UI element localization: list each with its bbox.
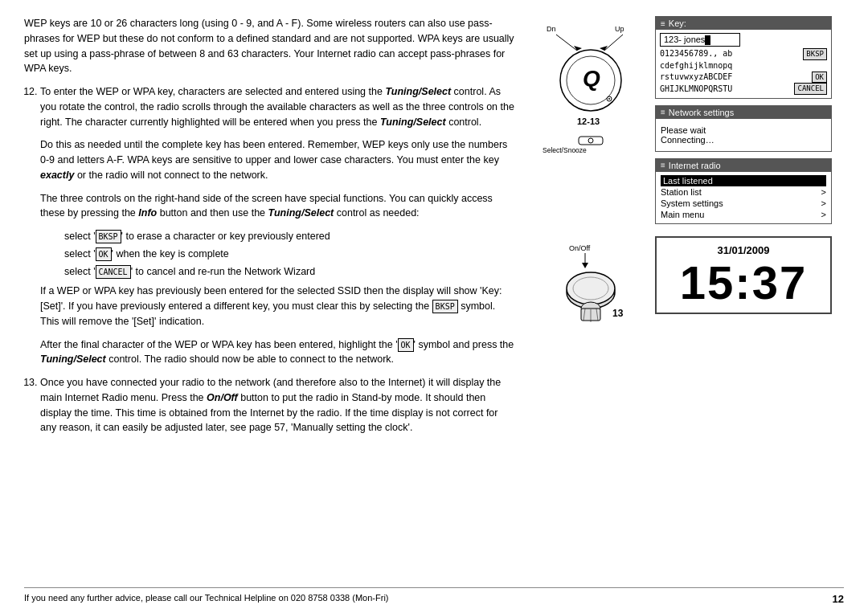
svg-line-0 — [556, 35, 577, 51]
step13-p1: Once you have connected your radio to th… — [40, 375, 514, 435]
step-13: Once you have connected your radio to th… — [40, 375, 514, 435]
onoff-knob-svg: On/Off — [538, 240, 643, 353]
key-box-title: Key: — [669, 18, 686, 28]
tuning-select-ref3: Tuning/Select — [268, 207, 334, 219]
select-item-bksp: select 'BKSP' to erase a character or ke… — [64, 229, 514, 244]
internet-radio-icon: ≡ — [661, 161, 665, 170]
network-box-title: Network settings — [669, 108, 734, 117]
system-settings-arrow: > — [821, 198, 826, 208]
select-item-ok: select 'OK' when the key is complete — [64, 247, 514, 262]
bksp-badge2: BKSP — [432, 300, 458, 313]
select-items-list: select 'BKSP' to erase a character or ke… — [40, 229, 514, 279]
main-menu-label: Main menu — [661, 210, 704, 219]
onoff-knob-area: On/Off — [538, 236, 643, 353]
svg-point-10 — [588, 138, 593, 143]
step12-p2: Do this as needed until the complete key… — [40, 137, 514, 182]
bksp-btn[interactable]: BKSP — [803, 48, 827, 60]
footer-text: If you need any further advice, please c… — [24, 593, 389, 605]
right-column: Dn Up Q — [538, 16, 844, 581]
svg-marker-2 — [574, 46, 582, 51]
page-number: 12 — [833, 593, 844, 605]
step12-p4: If a WEP or WPA key has previously been … — [40, 284, 514, 329]
step12-p3: The three controls on the right-hand sid… — [40, 191, 514, 222]
ok-badge2: OK — [398, 338, 414, 352]
svg-line-1 — [604, 35, 623, 51]
network-line1: Please wait — [661, 125, 826, 135]
onoff-label: On/Off — [569, 244, 591, 252]
station-list-arrow: > — [821, 187, 826, 197]
key-chars-1: 0123456789., ab — [660, 48, 803, 59]
clock-time: 15:37 — [665, 260, 822, 306]
diagram-label: 12-13 — [577, 116, 600, 126]
menu-item-last-listened[interactable]: Last listened — [661, 175, 826, 186]
system-settings-label: System settings — [661, 198, 723, 208]
svg-point-8 — [608, 98, 610, 100]
key-input-field[interactable]: 123- jones — [660, 33, 740, 47]
bksp-badge1: BKSP — [96, 230, 121, 243]
key-char-row-1: 0123456789., ab BKSP — [660, 48, 827, 60]
ui-boxes: ≡ Key: 123- jones 012345678 — [655, 16, 832, 224]
exactly-ref: exactly — [40, 170, 74, 181]
main-menu-arrow: > — [821, 210, 826, 219]
key-chars-3: rstuvwxyzABCDEF — [660, 72, 812, 83]
menu-item-station-list[interactable]: Station list > — [661, 186, 826, 198]
key-input-area: 123- jones 0123456789., ab BKSP cdefghij… — [656, 30, 831, 98]
station-list-label: Station list — [661, 187, 702, 197]
key-chars-4: GHIJKLMNOPQRSTU — [660, 84, 794, 95]
key-box: ≡ Key: 123- jones 012345678 — [655, 16, 832, 99]
tuning-knob-area: Dn Up Q — [538, 20, 643, 181]
svg-text:Q: Q — [583, 66, 600, 91]
bottom-row: On/Off — [538, 236, 844, 353]
internet-radio-body: Last listened Station list > System sett… — [656, 172, 831, 223]
internet-radio-box: ≡ Internet radio Last listened Station l… — [655, 158, 832, 224]
network-box-header: ≡ Network settings — [656, 106, 831, 119]
onoff-ref: On/Off — [207, 392, 238, 403]
network-menu-icon: ≡ — [661, 108, 665, 116]
key-char-row-2: cdefghijklmnopq — [660, 60, 827, 72]
tuning-select-ref2: Tuning/Select — [380, 116, 446, 128]
internet-radio-title: Internet radio — [669, 161, 721, 170]
info-ref: Info — [138, 207, 157, 219]
main-content: WEP keys are 10 or 26 characters long (u… — [24, 16, 844, 581]
key-box-header: ≡ Key: — [656, 17, 831, 30]
step12-p5: After the final character of the WEP or … — [40, 337, 514, 368]
network-box-body: Please wait Connecting… — [656, 119, 831, 151]
tuning-select-ref4: Tuning/Select — [40, 353, 106, 365]
ok-badge1: OK — [96, 247, 112, 261]
key-char-grid: 0123456789., ab BKSP cdefghijklmnopq rst… — [660, 48, 827, 95]
step12-p1: To enter the WEP or WPA key, characters … — [40, 84, 514, 129]
menu-icon: ≡ — [661, 19, 665, 28]
key-chars-2: cdefghijklmnopq — [660, 60, 827, 72]
step-12: To enter the WEP or WPA key, characters … — [40, 84, 514, 367]
internet-radio-header: ≡ Internet radio — [656, 159, 831, 172]
last-listened-label: Last listened — [663, 176, 713, 186]
cancel-btn[interactable]: CANCEL — [794, 83, 827, 95]
select-snooze-label: Select/Snooze — [542, 146, 587, 154]
tuning-knob-svg: Dn Up Q — [538, 20, 643, 181]
clock-date: 31/01/2009 — [665, 244, 822, 256]
tuning-select-ref1: Tuning/Select — [385, 86, 451, 97]
text-column: WEP keys are 10 or 26 characters long (u… — [24, 16, 522, 581]
svg-marker-12 — [582, 263, 588, 268]
select-item-cancel: select 'CANCEL' to cancel and re-run the… — [64, 264, 514, 280]
intro-paragraph: WEP keys are 10 or 26 characters long (u… — [24, 16, 514, 76]
network-box: ≡ Network settings Please wait Connectin… — [655, 105, 832, 152]
key-char-row-4: GHIJKLMNOPQRSTU CANCEL — [660, 83, 827, 95]
cursor — [705, 35, 710, 45]
up-label: Up — [615, 25, 624, 33]
svg-marker-3 — [600, 46, 608, 51]
footer: If you need any further advice, please c… — [24, 587, 844, 605]
key-char-row-3: rstuvwxyzABCDEF OK — [660, 72, 827, 84]
dn-label: Dn — [547, 25, 556, 33]
clock-box: 31/01/2009 15:37 — [655, 236, 832, 314]
diagrams-row: Dn Up Q — [538, 16, 844, 224]
cancel-badge1: CANCEL — [96, 265, 131, 279]
ok-btn[interactable]: OK — [812, 72, 827, 84]
menu-item-system-settings[interactable]: System settings > — [661, 198, 826, 209]
network-line2: Connecting… — [661, 135, 826, 145]
key-input-row: 123- jones — [660, 33, 827, 47]
menu-item-main-menu[interactable]: Main menu > — [661, 209, 826, 220]
diagram-label2: 13 — [612, 308, 624, 319]
key-input-value: 123- jones — [664, 35, 705, 44]
page: WEP keys are 10 or 26 characters long (u… — [0, 0, 868, 613]
